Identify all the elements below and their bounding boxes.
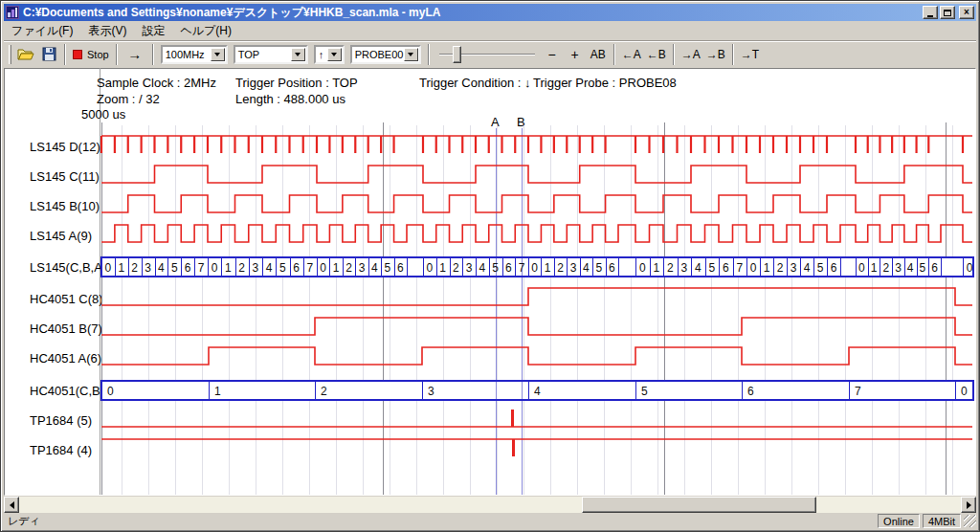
channel-label-ls145-d[interactable]: LS145 D(12) <box>30 140 100 154</box>
sample-clock-combo[interactable]: 100MHz <box>161 45 228 64</box>
channel-label-ls145-b[interactable]: LS145 B(10) <box>30 199 100 213</box>
trigger-probe-info: Trigger Probe : PROBE08 <box>533 76 677 90</box>
trigger-probe-value: PROBE00 <box>352 49 405 60</box>
waveform-client-area <box>4 68 976 496</box>
channel-label-ls145-bus[interactable]: LS145(C,B,A) <box>30 260 106 275</box>
maximize-button[interactable] <box>940 6 955 19</box>
sample-clock-value: 100MHz <box>163 49 211 60</box>
open-file-button[interactable] <box>14 44 37 65</box>
trigger-edge-value: ↑ <box>316 49 327 60</box>
toolbar-separator <box>673 44 675 65</box>
scroll-left-icon <box>10 501 14 509</box>
toolbar-separator <box>613 44 615 65</box>
menu-file[interactable]: ファイル(F) <box>4 21 80 41</box>
floppy-save-icon <box>42 47 56 61</box>
window-title: C:¥Documents and Settings¥noname¥デスクトップ¥… <box>23 5 921 21</box>
goto-cursor-a-right-button[interactable]: →A <box>679 44 703 65</box>
channel-label-tp1684-5[interactable]: TP1684 (5) <box>30 413 92 428</box>
menu-bar: ファイル(F) 表示(V) 設定 ヘルプ(H) <box>4 22 976 40</box>
zoom-slider[interactable] <box>439 45 535 64</box>
dropdown-arrow-icon[interactable] <box>404 48 417 61</box>
toolbar-separator <box>732 44 734 65</box>
channel-label-ls145-c[interactable]: LS145 C(11) <box>30 169 100 184</box>
toolbar: Stop → 100MHz TOP ↑ PROBE00 − + AB ←A <box>4 40 976 67</box>
title-bar[interactable]: C:¥Documents and Settings¥noname¥デスクトップ¥… <box>4 4 976 21</box>
zoom-slider-thumb[interactable] <box>453 46 461 63</box>
toolbar-separator <box>116 44 118 65</box>
toolbar-separator <box>428 44 430 65</box>
length-info: Length : 488.000 us <box>235 92 345 106</box>
dropdown-arrow-icon[interactable] <box>291 48 305 61</box>
status-online-badge: Online <box>878 514 920 528</box>
sample-clock-info: Sample Clock : 2MHz <box>97 76 216 90</box>
status-memory-badge: 4MBit <box>923 514 961 528</box>
dropdown-arrow-icon[interactable] <box>327 48 342 61</box>
close-button[interactable]: × <box>959 6 974 19</box>
zoom-info: Zoom : / 32 <box>97 92 160 106</box>
cursor-a-label[interactable]: A <box>491 115 500 129</box>
run-button[interactable]: → <box>122 44 148 65</box>
trigger-condition-info: Trigger Condition : ↓ <box>419 76 531 90</box>
channel-label-tp1684-4[interactable]: TP1684 (4) <box>30 443 92 457</box>
channel-label-ls145-a[interactable]: LS145 A(9) <box>30 229 92 243</box>
minimize-icon <box>927 15 933 17</box>
zoom-out-button[interactable]: − <box>541 44 564 65</box>
stop-button[interactable]: Stop <box>70 44 112 65</box>
save-button[interactable] <box>37 44 60 65</box>
label-plot-divider <box>100 68 100 495</box>
channel-label-hc4051-bus[interactable]: HC4051(C,B,A) <box>30 384 116 398</box>
horizontal-scrollbar[interactable] <box>4 497 976 513</box>
app-icon <box>6 6 19 19</box>
resize-grip[interactable] <box>964 515 976 527</box>
scroll-right-icon <box>967 501 971 509</box>
minimize-button[interactable] <box>923 6 938 19</box>
scroll-left-button[interactable] <box>4 497 19 513</box>
maximize-icon <box>944 10 951 16</box>
goto-trigger-button[interactable]: →T <box>738 44 762 65</box>
trigger-position-value: TOP <box>235 49 291 60</box>
timebase-label: 5000 us <box>81 107 125 122</box>
scroll-right-button[interactable] <box>961 497 976 513</box>
open-folder-icon <box>17 47 34 61</box>
ab-button[interactable]: AB <box>587 44 610 65</box>
menu-settings[interactable]: 設定 <box>134 21 172 41</box>
toolbar-separator <box>64 44 66 65</box>
goto-cursor-a-left-button[interactable]: ←A <box>619 44 644 65</box>
channel-label-hc4051-a[interactable]: HC4051 A(6) <box>30 351 101 366</box>
scrollbar-thumb[interactable] <box>582 497 816 513</box>
dropdown-arrow-icon[interactable] <box>211 48 225 61</box>
close-icon: × <box>964 8 969 17</box>
trigger-position-combo[interactable]: TOP <box>234 45 308 64</box>
goto-cursor-b-right-button[interactable]: →B <box>703 44 728 65</box>
goto-cursor-b-left-button[interactable]: ←B <box>644 44 669 65</box>
app-window: C:¥Documents and Settings¥noname¥デスクトップ¥… <box>0 0 980 532</box>
stop-label: Stop <box>87 49 109 60</box>
toolbar-grip <box>9 45 11 64</box>
status-bar: レディ Online 4MBit <box>4 513 976 529</box>
toolbar-separator <box>152 44 154 65</box>
menu-help[interactable]: ヘルプ(H) <box>172 21 239 41</box>
menu-view[interactable]: 表示(V) <box>80 21 134 41</box>
status-ready-text: レディ <box>4 514 878 528</box>
channel-label-hc4051-c[interactable]: HC4051 C(8) <box>30 292 103 306</box>
trigger-position-info: Trigger Position : TOP <box>235 76 358 90</box>
cursor-b-label[interactable]: B <box>517 115 525 129</box>
zoom-in-button[interactable]: + <box>564 44 587 65</box>
trigger-edge-combo[interactable]: ↑ <box>314 45 345 64</box>
stop-icon <box>73 50 82 59</box>
channel-label-hc4051-b[interactable]: HC4051 B(7) <box>30 321 102 336</box>
trigger-probe-combo[interactable]: PROBE00 <box>350 45 421 64</box>
